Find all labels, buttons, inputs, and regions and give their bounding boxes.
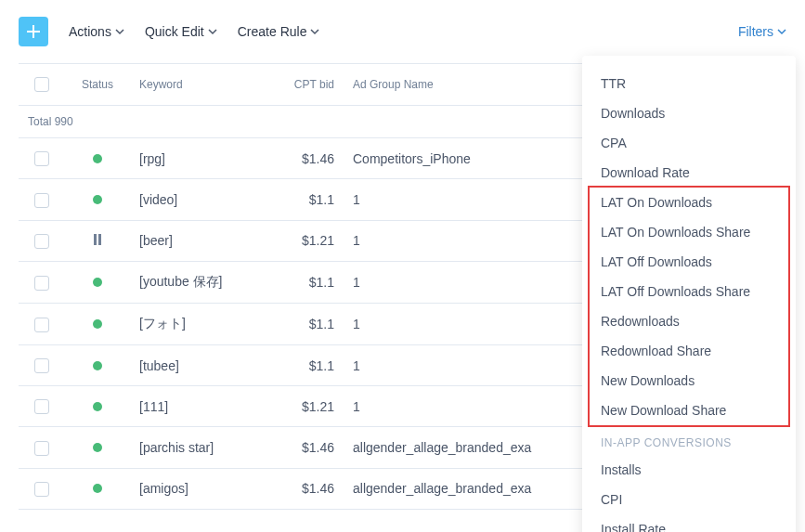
keyword-cell: [youtube 保存] [130,261,279,303]
keyword-cell: [rpg] [130,138,279,179]
dropdown-item[interactable]: CPA [582,128,796,158]
filters-dropdown: TTRDownloadsCPADownload Rate LAT On Down… [582,56,796,532]
cpt-bid-cell: $1.1 [279,179,344,220]
actions-menu[interactable]: Actions [69,24,124,39]
dropdown-item[interactable]: Installs [582,455,796,485]
plus-icon [27,25,40,38]
status-header[interactable]: Status [65,64,130,106]
dropdown-item[interactable]: Download Rate [582,158,796,188]
status-paused-icon [94,234,101,245]
dropdown-item[interactable]: LAT Off Downloads [582,247,796,277]
add-button[interactable] [19,17,48,46]
dropdown-item[interactable]: TTR [582,69,796,98]
row-checkbox[interactable] [34,358,49,373]
row-checkbox[interactable] [34,482,49,497]
dropdown-item[interactable]: New Downloads [582,366,796,396]
cpt-bid-cell: $1.46 [279,468,344,509]
keyword-cell: [amigos] [130,468,279,509]
keyword-header[interactable]: Keyword [130,64,279,106]
cpt-bid-cell: $1.46 [279,138,344,179]
keyword-cell: [111] [130,386,279,427]
status-active-icon [93,195,102,204]
status-active-icon [93,154,102,163]
dropdown-item[interactable]: LAT On Downloads [582,188,796,217]
keyword-cell: [フォト] [130,303,279,344]
dropdown-item[interactable]: CPI [582,485,796,514]
status-active-icon [93,319,102,329]
chevron-down-icon [208,27,217,36]
filters-menu[interactable]: Filters [738,24,786,39]
row-checkbox[interactable] [34,441,49,456]
keyword-cell: [video] [130,179,279,220]
row-checkbox[interactable] [34,399,49,414]
keyword-cell: [parchis star] [130,427,279,468]
cpt-bid-cell: $1.1 [279,261,344,303]
dropdown-item[interactable]: LAT On Downloads Share [582,217,796,247]
toolbar: Actions Quick Edit Create Rule Filters [0,0,805,63]
create-rule-label: Create Rule [238,24,307,39]
status-active-icon [93,361,102,370]
chevron-down-icon [115,27,124,36]
status-active-icon [93,278,102,287]
cpt-bid-cell: $1.1 [279,303,344,344]
chevron-down-icon [310,27,319,36]
select-all-checkbox[interactable] [34,77,49,92]
row-checkbox[interactable] [34,234,49,249]
svg-rect-1 [27,31,40,32]
cpt-bid-cell: $1.46 [279,427,344,468]
quick-edit-label: Quick Edit [145,24,204,39]
row-checkbox[interactable] [34,276,49,291]
dropdown-item[interactable]: Downloads [582,98,796,128]
keyword-cell: [beer] [130,220,279,261]
status-active-icon [93,484,102,493]
chevron-down-icon [777,27,786,36]
row-checkbox[interactable] [34,193,49,208]
dropdown-item[interactable]: New Download Share [582,396,796,425]
quick-edit-menu[interactable]: Quick Edit [145,24,217,39]
dropdown-item[interactable]: Install Rate [582,514,796,532]
filters-label: Filters [738,24,773,39]
dropdown-item[interactable]: Redownloads [582,306,796,336]
status-active-icon [93,443,102,452]
cpt-bid-header[interactable]: CPT bid [279,64,344,106]
dropdown-item[interactable]: LAT Off Downloads Share [582,277,796,306]
row-checkbox[interactable] [34,151,49,166]
cpt-bid-cell: $1.21 [279,220,344,261]
keyword-cell: [tubee] [130,344,279,385]
status-active-icon [93,402,102,411]
dropdown-item[interactable]: Redownload Share [582,336,796,366]
create-rule-menu[interactable]: Create Rule [238,24,320,39]
cpt-bid-cell: $1.21 [279,386,344,427]
row-checkbox[interactable] [34,318,49,332]
actions-label: Actions [69,24,111,39]
dropdown-section-label: IN-APP CONVERSIONS [582,425,796,455]
cpt-bid-cell: $1.1 [279,344,344,385]
